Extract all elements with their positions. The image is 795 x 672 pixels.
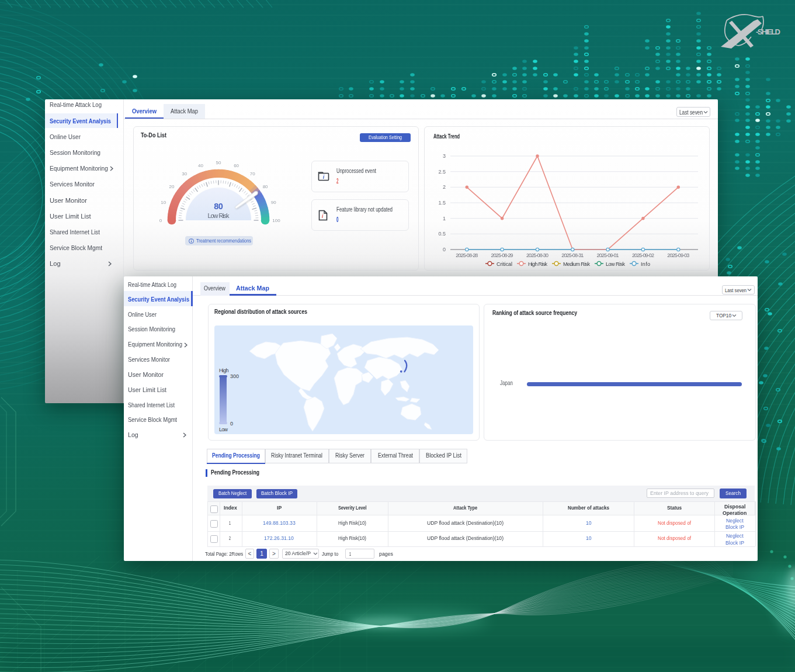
svg-text:90: 90	[271, 200, 276, 206]
svg-text:2025-08-29: 2025-08-29	[491, 252, 513, 258]
svg-text:Critical: Critical	[497, 261, 512, 267]
svg-text:0.5: 0.5	[438, 231, 446, 237]
svg-text:70: 70	[250, 171, 255, 176]
svg-text:-SHIELD: -SHIELD	[756, 27, 780, 36]
svg-text:i: i	[323, 174, 325, 180]
svg-text:20: 20	[169, 184, 174, 189]
svg-text:Medium Risk: Medium Risk	[563, 261, 591, 267]
svg-text:1: 1	[443, 216, 446, 221]
svg-text:Low: Low	[219, 427, 228, 432]
svg-text:Low Risk: Low Risk	[208, 212, 230, 219]
svg-text:300: 300	[230, 373, 239, 379]
svg-text:Low Risk: Low Risk	[606, 261, 626, 267]
svg-text:60: 60	[234, 163, 239, 168]
svg-text:High: High	[219, 368, 229, 373]
svg-text:40: 40	[198, 163, 203, 168]
svg-text:80: 80	[214, 202, 223, 211]
svg-text:Info: Info	[641, 261, 650, 267]
svg-text:3: 3	[443, 153, 446, 159]
svg-text:2025-09-01: 2025-09-01	[597, 252, 619, 258]
svg-text:1.5: 1.5	[438, 200, 446, 206]
svg-text:0: 0	[230, 421, 233, 427]
svg-text:80: 80	[263, 184, 268, 189]
svg-text:2025-09-03: 2025-09-03	[667, 252, 689, 258]
svg-text:100: 100	[272, 218, 280, 223]
svg-text:i: i	[322, 213, 324, 219]
svg-text:30: 30	[182, 171, 187, 176]
svg-text:0: 0	[443, 247, 446, 252]
svg-text:10: 10	[161, 200, 166, 206]
svg-text:2025-08-28: 2025-08-28	[456, 252, 478, 258]
svg-text:High Risk: High Risk	[528, 261, 548, 267]
svg-text:2: 2	[443, 185, 446, 190]
svg-text:2025-08-30: 2025-08-30	[526, 252, 548, 258]
svg-text:2025-08-31: 2025-08-31	[561, 252, 584, 258]
svg-text:2.5: 2.5	[438, 169, 446, 175]
svg-text:0: 0	[159, 218, 162, 223]
svg-text:2025-09-02: 2025-09-02	[632, 252, 654, 258]
svg-text:50: 50	[216, 160, 221, 165]
